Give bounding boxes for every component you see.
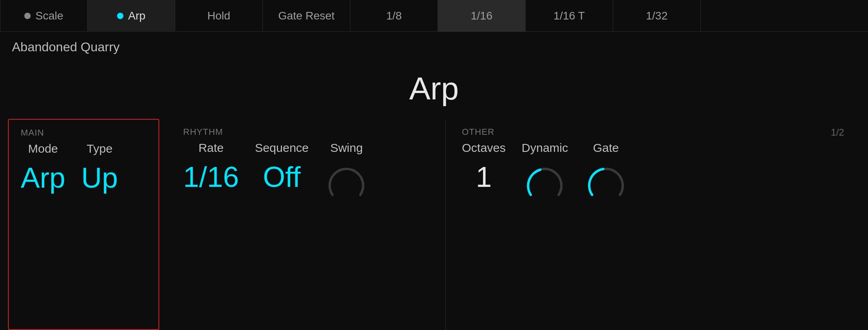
rate-control[interactable]: Rate 1/16 [183, 141, 239, 191]
nav-arp-button[interactable]: Arp [88, 0, 175, 32]
nav-rate-sixteenth-button[interactable]: 1/16 [438, 0, 526, 32]
nav-rate-thirtysecond-label: 1/32 [646, 10, 668, 22]
gate-label: Gate [593, 141, 619, 155]
scale-dot-icon [24, 13, 31, 19]
nav-rate-sixteenth-t-button[interactable]: 1/16 T [526, 0, 613, 32]
rate-label: Rate [198, 141, 223, 155]
main-section-controls: Mode Arp Type Up [21, 142, 147, 192]
nav-rate-eighth-button[interactable]: 1/8 [350, 0, 438, 32]
type-value: Up [81, 163, 118, 192]
nav-rate-sixteenth-t-label: 1/16 T [553, 10, 585, 22]
top-navigation: Scale Arp Hold Gate Reset 1/8 1/16 1/16 … [0, 0, 868, 32]
other-section-controls: Octaves 1 Dynamic Gate [462, 141, 844, 205]
main-section: MAIN Mode Arp Type Up [8, 119, 159, 330]
rate-value: 1/16 [183, 163, 239, 191]
mode-control[interactable]: Mode Arp [21, 142, 65, 192]
dynamic-knob[interactable] [523, 161, 567, 205]
swing-label: Swing [330, 141, 363, 155]
rhythm-section-controls: Rate 1/16 Sequence Off Swing [183, 141, 430, 205]
other-section-label: OTHER [462, 127, 844, 137]
sequence-value: Off [263, 163, 301, 191]
preset-name: Abandoned Quarry [0, 32, 868, 62]
mode-label: Mode [28, 142, 58, 155]
nav-rate-sixteenth-label: 1/16 [471, 10, 493, 22]
sequence-control[interactable]: Sequence Off [255, 141, 309, 191]
nav-hold-label: Hold [207, 10, 231, 22]
controls-row: MAIN Mode Arp Type Up RHYTHM Rate 1/16 [0, 119, 868, 330]
main-section-label: MAIN [21, 128, 147, 138]
type-control[interactable]: Type Up [81, 142, 118, 192]
nav-gate-reset-button[interactable]: Gate Reset [263, 0, 350, 32]
nav-arp-label: Arp [128, 10, 146, 22]
rhythm-section-label: RHYTHM [183, 127, 430, 137]
swing-knob[interactable] [325, 161, 368, 205]
octaves-control[interactable]: Octaves 1 [462, 141, 506, 191]
nav-gate-reset-label: Gate Reset [278, 10, 335, 22]
dynamic-label: Dynamic [522, 141, 568, 155]
nav-scale-button[interactable]: Scale [0, 0, 88, 32]
arp-heading: Arp [0, 62, 868, 119]
nav-scale-label: Scale [35, 10, 63, 22]
sequence-label: Sequence [255, 141, 309, 155]
other-section: OTHER 1/2 Octaves 1 Dynamic [446, 119, 860, 330]
nav-hold-button[interactable]: Hold [175, 0, 263, 32]
arp-dot-icon [117, 13, 123, 19]
swing-control[interactable]: Swing [325, 141, 368, 205]
type-label: Type [87, 142, 113, 155]
nav-rate-thirtysecond-button[interactable]: 1/32 [613, 0, 701, 32]
octaves-value: 1 [476, 163, 492, 191]
mode-value: Arp [21, 163, 65, 192]
gate-knob[interactable] [584, 161, 628, 205]
page-indicator: 1/2 [831, 127, 844, 138]
dynamic-control[interactable]: Dynamic [522, 141, 568, 205]
main-content: Abandoned Quarry Arp MAIN Mode Arp Type … [0, 32, 868, 330]
octaves-label: Octaves [462, 141, 506, 155]
gate-control[interactable]: Gate [584, 141, 628, 205]
nav-rate-eighth-label: 1/8 [386, 10, 402, 22]
rhythm-section: RHYTHM Rate 1/16 Sequence Off Swing [167, 119, 446, 330]
